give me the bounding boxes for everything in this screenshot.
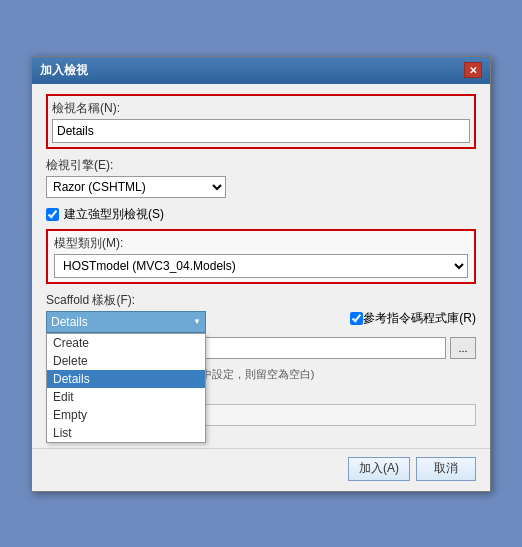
add-view-dialog: 加入檢視 ✕ 檢視名稱(N): 檢視引擎(E): Razor (CSHTML) … xyxy=(31,56,491,492)
scaffold-dropdown-menu: Create Delete Details Edit Empty List xyxy=(46,333,206,443)
scaffold-option-edit[interactable]: Edit xyxy=(47,388,205,406)
title-bar: 加入檢視 ✕ xyxy=(32,57,490,84)
dropdown-arrow-icon: ▼ xyxy=(193,317,201,326)
model-class-select[interactable]: HOSTmodel (MVC3_04.Models) xyxy=(54,254,468,278)
dialog-body: 檢視名稱(N): 檢視引擎(E): Razor (CSHTML) ASPX 建立… xyxy=(32,84,490,444)
scaffold-option-list[interactable]: List xyxy=(47,424,205,442)
model-class-label: 模型類別(M): xyxy=(54,235,468,252)
browse-button[interactable]: ... xyxy=(450,337,476,359)
view-name-input[interactable] xyxy=(52,119,470,143)
scaffold-dropdown-container: Details ▼ Create Delete Details Edit Emp… xyxy=(46,311,206,333)
view-engine-select[interactable]: Razor (CSHTML) ASPX xyxy=(46,176,226,198)
reference-scripts-checkbox[interactable] xyxy=(350,312,363,325)
add-button[interactable]: 加入(A) xyxy=(348,457,410,481)
view-engine-label: 檢視引擎(E): xyxy=(46,157,476,174)
view-engine-section: 檢視引擎(E): Razor (CSHTML) ASPX xyxy=(46,157,476,198)
reference-scripts-label: 參考指令碼程式庫(R) xyxy=(363,310,476,327)
scaffold-option-create[interactable]: Create xyxy=(47,334,205,352)
scaffold-option-details[interactable]: Details xyxy=(47,370,205,388)
scaffold-right: 參考指令碼程式庫(R) xyxy=(350,310,476,327)
scaffold-left: Scaffold 樣板(F): Details ▼ Create Delete … xyxy=(46,292,340,333)
model-class-section: 模型類別(M): HOSTmodel (MVC3_04.Models) xyxy=(46,229,476,284)
view-name-section: 檢視名稱(N): xyxy=(46,94,476,149)
close-button[interactable]: ✕ xyxy=(464,62,482,78)
strongly-typed-checkbox[interactable] xyxy=(46,208,59,221)
scaffold-row: Scaffold 樣板(F): Details ▼ Create Delete … xyxy=(46,292,476,333)
dialog-title: 加入檢視 xyxy=(40,62,88,79)
close-icon: ✕ xyxy=(469,65,477,76)
scaffold-current-value: Details xyxy=(51,315,88,329)
scaffold-dropdown-trigger[interactable]: Details ▼ xyxy=(46,311,206,333)
scaffold-option-empty[interactable]: Empty xyxy=(47,406,205,424)
strongly-typed-row: 建立強型別檢視(S) xyxy=(46,206,476,223)
dialog-footer: 加入(A) 取消 xyxy=(32,448,490,491)
strongly-typed-label: 建立強型別檢視(S) xyxy=(64,206,164,223)
view-name-label: 檢視名稱(N): xyxy=(52,100,470,117)
scaffold-option-delete[interactable]: Delete xyxy=(47,352,205,370)
scaffold-label: Scaffold 樣板(F): xyxy=(46,292,340,309)
cancel-button[interactable]: 取消 xyxy=(416,457,476,481)
